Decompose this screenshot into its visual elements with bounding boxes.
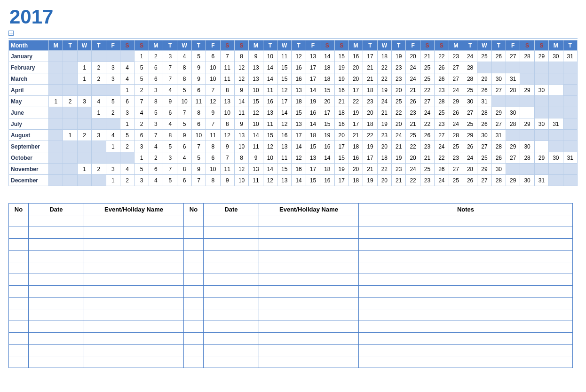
events-cell[interactable] (29, 356, 84, 368)
events-cell[interactable] (359, 239, 573, 251)
events-cell[interactable] (259, 215, 359, 227)
events-cell[interactable] (259, 345, 359, 356)
events-cell[interactable] (259, 274, 359, 286)
events-cell[interactable] (259, 251, 359, 262)
events-cell[interactable] (9, 251, 29, 262)
events-cell[interactable] (359, 356, 573, 368)
events-cell[interactable] (9, 345, 29, 356)
events-cell[interactable] (184, 215, 204, 227)
events-cell[interactable] (359, 321, 573, 333)
events-cell[interactable] (259, 286, 359, 298)
events-cell[interactable] (359, 227, 573, 239)
events-cell[interactable] (184, 251, 204, 262)
events-cell[interactable] (204, 239, 259, 251)
events-cell[interactable] (259, 227, 359, 239)
events-cell[interactable] (359, 251, 573, 262)
events-cell[interactable] (29, 262, 84, 274)
events-cell[interactable] (204, 251, 259, 262)
events-cell[interactable] (84, 262, 184, 274)
day-cell: 26 (435, 164, 449, 175)
events-cell[interactable] (184, 286, 204, 298)
day-cell: 26 (406, 96, 420, 107)
events-cell[interactable] (359, 274, 573, 286)
events-cell[interactable] (204, 227, 259, 239)
events-cell[interactable] (84, 251, 184, 262)
events-cell[interactable] (359, 345, 573, 356)
events-cell[interactable] (259, 356, 359, 368)
events-cell[interactable] (259, 309, 359, 321)
events-cell[interactable] (184, 227, 204, 239)
events-cell[interactable] (184, 239, 204, 251)
events-cell[interactable] (204, 333, 259, 345)
events-cell[interactable] (84, 298, 184, 309)
events-cell[interactable] (29, 333, 84, 345)
events-cell[interactable] (29, 215, 84, 227)
events-cell[interactable] (359, 215, 573, 227)
events-cell[interactable] (184, 356, 204, 368)
events-cell[interactable] (84, 215, 184, 227)
events-cell[interactable] (259, 321, 359, 333)
day-cell: 4 (92, 96, 106, 107)
day-cell: 18 (334, 107, 348, 118)
events-cell[interactable] (359, 262, 573, 274)
events-cell[interactable] (9, 298, 29, 309)
events-cell[interactable] (359, 298, 573, 309)
events-cell[interactable] (9, 321, 29, 333)
events-cell[interactable] (84, 309, 184, 321)
events-cell[interactable] (184, 262, 204, 274)
events-cell[interactable] (259, 298, 359, 309)
events-cell[interactable] (184, 309, 204, 321)
events-cell[interactable] (9, 356, 29, 368)
events-cell[interactable] (204, 215, 259, 227)
events-cell[interactable] (184, 298, 204, 309)
events-cell[interactable] (9, 227, 29, 239)
events-cell[interactable] (84, 356, 184, 368)
events-cell[interactable] (204, 286, 259, 298)
events-cell[interactable] (84, 333, 184, 345)
events-cell[interactable] (9, 333, 29, 345)
events-cell[interactable] (259, 262, 359, 274)
events-cell[interactable] (204, 309, 259, 321)
events-cell[interactable] (259, 239, 359, 251)
events-cell[interactable] (184, 274, 204, 286)
day-cell: 7 (135, 96, 149, 107)
events-cell[interactable] (84, 239, 184, 251)
day-cell: 16 (292, 73, 306, 85)
events-cell[interactable] (184, 321, 204, 333)
events-cell[interactable] (359, 333, 573, 345)
events-cell[interactable] (29, 286, 84, 298)
events-cell[interactable] (204, 321, 259, 333)
events-row (9, 298, 573, 309)
events-cell[interactable] (29, 239, 84, 251)
events-cell[interactable] (204, 262, 259, 274)
events-cell[interactable] (204, 356, 259, 368)
events-cell[interactable] (84, 286, 184, 298)
events-cell[interactable] (359, 286, 573, 298)
events-cell[interactable] (84, 345, 184, 356)
events-cell[interactable] (9, 262, 29, 274)
events-cell[interactable] (29, 321, 84, 333)
events-cell[interactable] (184, 345, 204, 356)
events-cell[interactable] (9, 274, 29, 286)
day-cell: 27 (477, 141, 491, 152)
events-cell[interactable] (29, 345, 84, 356)
events-cell[interactable] (259, 333, 359, 345)
events-cell[interactable] (29, 298, 84, 309)
events-cell[interactable] (84, 274, 184, 286)
events-cell[interactable] (9, 286, 29, 298)
events-cell[interactable] (359, 309, 573, 321)
events-cell[interactable] (29, 274, 84, 286)
events-cell[interactable] (84, 321, 184, 333)
events-cell[interactable] (204, 345, 259, 356)
events-cell[interactable] (9, 309, 29, 321)
events-cell[interactable] (84, 227, 184, 239)
events-cell[interactable] (29, 251, 84, 262)
events-cell[interactable] (29, 227, 84, 239)
events-cell[interactable] (9, 239, 29, 251)
events-cell[interactable] (204, 298, 259, 309)
events-cell[interactable] (9, 215, 29, 227)
events-cell[interactable] (184, 333, 204, 345)
events-cell[interactable] (29, 309, 84, 321)
events-cell[interactable] (204, 274, 259, 286)
day-cell: 28 (506, 118, 520, 130)
